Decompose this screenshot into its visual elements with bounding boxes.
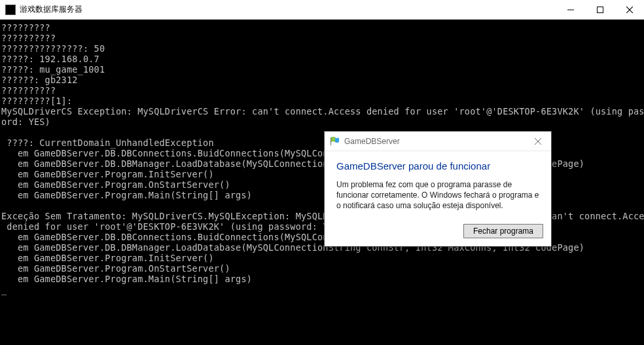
close-button[interactable]: [615, 0, 644, 19]
maximize-button[interactable]: [585, 0, 615, 19]
dialog-heading: GameDBServer parou de funcionar: [336, 160, 539, 172]
close-program-button[interactable]: Fechar programa: [463, 224, 543, 238]
maximize-icon: [597, 7, 603, 13]
close-icon: [535, 138, 541, 145]
minimize-icon: [567, 7, 574, 13]
window-title: 游戏数据库服务器: [20, 4, 556, 15]
close-icon: [626, 7, 633, 13]
window-titlebar: 游戏数据库服务器: [0, 0, 644, 20]
dialog-title: GameDBServer: [344, 137, 525, 146]
svg-rect-1: [597, 7, 603, 12]
dialog-footer: Fechar programa: [325, 219, 551, 246]
dialog-message: Um problema fez com que o programa paras…: [336, 179, 539, 211]
dialog-body: GameDBServer parou de funcionar Um probl…: [325, 151, 551, 219]
console-app-icon: [5, 5, 16, 15]
svg-rect-4: [331, 137, 331, 145]
minimize-button[interactable]: [556, 0, 585, 19]
error-dialog: GameDBServer GameDBServer parou de funci…: [324, 131, 552, 247]
dialog-titlebar: GameDBServer: [325, 132, 551, 151]
dialog-close-button[interactable]: [525, 132, 551, 151]
app-flag-icon: [330, 136, 340, 147]
window-controls: [556, 0, 644, 19]
